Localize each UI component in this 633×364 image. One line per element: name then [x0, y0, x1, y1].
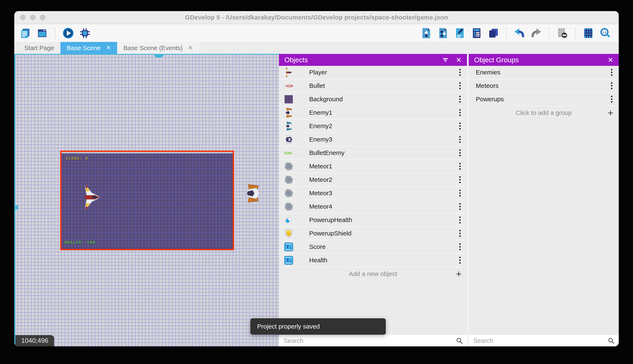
vertical-scrollbar-thumb[interactable]: [14, 206, 18, 210]
enemy-ship-instance[interactable]: [244, 184, 261, 203]
health-text-instance[interactable]: HEALTH: 100: [65, 240, 96, 245]
object-menu-button[interactable]: [458, 94, 462, 105]
tab-start-page[interactable]: Start Page: [18, 42, 61, 54]
search-icon[interactable]: [607, 337, 615, 344]
window-controls: [20, 11, 45, 24]
toolbar-separator: [506, 27, 507, 39]
object-menu-button[interactable]: [458, 188, 462, 198]
grid-button[interactable]: [582, 27, 594, 39]
zoom-window-button[interactable]: [40, 15, 45, 20]
add-group-row[interactable]: Click to add a group +: [469, 106, 619, 120]
tab-base-scene-events-[interactable]: Base Scene (Events)✕: [117, 42, 199, 54]
objects-search-bar: [279, 335, 467, 346]
close-icon[interactable]: ✕: [456, 56, 462, 63]
play-icon: [62, 27, 74, 39]
object-row-bulletenemy[interactable]: BulletEnemy: [279, 146, 467, 160]
groups-search-input[interactable]: [473, 337, 614, 344]
editor-content: SCORE: 0 HEALTH: 100 1040;496 Objects: [14, 54, 619, 346]
object-menu-button[interactable]: [458, 148, 462, 158]
page-diamonds-icon: [437, 27, 449, 39]
object-row-enemy3[interactable]: Enemy3: [279, 133, 467, 146]
player-ship-instance[interactable]: [83, 185, 101, 210]
group-row-meteors[interactable]: Meteors: [469, 79, 619, 93]
object-row-meteor4[interactable]: Meteor4: [279, 200, 467, 214]
object-row-poweruphealth[interactable]: PowerupHealth: [279, 214, 467, 227]
object-row-enemy2[interactable]: Enemy2: [279, 120, 467, 133]
text-object-icon: Tx: [283, 255, 294, 266]
objects-panel-button[interactable]: [420, 27, 432, 39]
text-object-icon: Tx: [283, 241, 294, 252]
object-menu-button[interactable]: [458, 201, 462, 212]
object-groups-list: EnemiesMeteorsPowerups: [469, 66, 619, 106]
object-row-background[interactable]: Background: [279, 93, 467, 106]
object-groups-button[interactable]: [437, 27, 449, 39]
scene-canvas[interactable]: SCORE: 0 HEALTH: 100 1040;496: [14, 54, 279, 346]
tab-close-button[interactable]: ✕: [188, 45, 193, 51]
redo-icon: [530, 27, 542, 39]
object-row-score[interactable]: TxScore: [279, 240, 467, 254]
mask-instance-button[interactable]: [556, 27, 568, 39]
objects-panel: Objects ✕ PlayerBulletBackgroundEnemy1En…: [279, 54, 467, 346]
group-menu-button[interactable]: [610, 94, 614, 105]
object-row-player[interactable]: Player: [279, 66, 467, 79]
search-icon[interactable]: [456, 337, 463, 344]
toolbar-separator: [549, 27, 549, 39]
objects-search-input[interactable]: [283, 337, 463, 344]
group-row-enemies[interactable]: Enemies: [469, 66, 619, 79]
start-page-window-button[interactable]: [36, 27, 48, 39]
undo-button[interactable]: [513, 27, 526, 39]
object-menu-button[interactable]: [458, 134, 462, 145]
object-groups-panel: Object Groups ✕ EnemiesMeteorsPowerups C…: [469, 54, 619, 346]
group-menu-button[interactable]: [610, 80, 614, 91]
horizontal-scrollbar[interactable]: [14, 54, 279, 55]
object-menu-button[interactable]: [458, 255, 462, 266]
horizontal-scrollbar-thumb[interactable]: [154, 54, 164, 58]
title-bar: GDevelop 5 - /Users/dkarakay/Documents/G…: [14, 11, 619, 24]
redo-button[interactable]: [530, 27, 542, 39]
object-menu-button[interactable]: [458, 215, 462, 226]
object-row-meteor2[interactable]: Meteor2: [279, 173, 467, 186]
layers-button[interactable]: [487, 27, 499, 39]
score-text-instance[interactable]: SCORE: 0: [66, 156, 88, 160]
object-row-meteor3[interactable]: Meteor3: [279, 186, 467, 200]
group-menu-button[interactable]: [610, 67, 614, 78]
object-menu-button[interactable]: [458, 67, 462, 78]
minimize-window-button[interactable]: [30, 15, 36, 20]
background-sprite-edge: [62, 152, 233, 154]
object-row-bullet[interactable]: Bullet: [279, 79, 467, 93]
vertical-scrollbar[interactable]: [14, 54, 15, 346]
desktop-background: GDevelop 5 - /Users/dkarakay/Documents/G…: [0, 0, 633, 364]
object-menu-button[interactable]: [458, 161, 462, 172]
object-menu-button[interactable]: [458, 174, 462, 185]
close-icon[interactable]: ✕: [607, 56, 613, 63]
close-window-button[interactable]: [20, 15, 26, 20]
objects-panel-header: Objects ✕: [279, 54, 467, 66]
player-icon: [283, 67, 294, 78]
object-row-enemy1[interactable]: Enemy1: [279, 106, 467, 120]
add-object-row[interactable]: Add a new object +: [279, 267, 467, 280]
plus-icon: +: [607, 108, 613, 118]
object-menu-button[interactable]: [458, 121, 462, 132]
debugger-button[interactable]: [79, 27, 91, 39]
tab-close-button[interactable]: ✕: [106, 45, 111, 51]
svg-text:1:1: 1:1: [602, 31, 606, 34]
object-menu-button[interactable]: [458, 242, 462, 252]
toolbar-left-group: [19, 27, 91, 39]
tab-base-scene[interactable]: Base Scene✕: [61, 42, 117, 54]
cursor-coordinates: 1040;496: [15, 335, 54, 346]
object-row-meteor1[interactable]: Meteor1: [279, 160, 467, 173]
filter-icon[interactable]: [441, 55, 450, 64]
object-menu-button[interactable]: [458, 80, 462, 91]
group-row-powerups[interactable]: Powerups: [469, 93, 619, 106]
zoom-original-button[interactable]: 1:1: [599, 27, 611, 39]
enemy2-icon: [283, 120, 294, 132]
object-menu-button[interactable]: [458, 107, 462, 118]
object-menu-button[interactable]: [458, 228, 462, 239]
object-row-powerupshield[interactable]: PowerupShield: [279, 227, 467, 240]
instances-list-button[interactable]: [471, 27, 483, 39]
properties-button[interactable]: [454, 27, 466, 39]
launch-preview-button[interactable]: [62, 27, 74, 39]
window-title: GDevelop 5 - /Users/dkarakay/Documents/G…: [185, 14, 448, 21]
project-manager-button[interactable]: [19, 27, 32, 39]
object-row-health[interactable]: TxHealth: [279, 254, 467, 267]
